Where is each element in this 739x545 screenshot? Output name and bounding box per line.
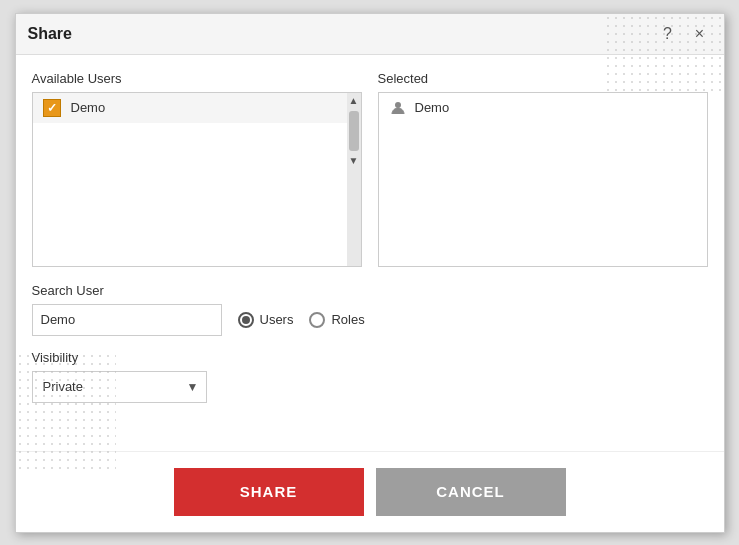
selected-user-name: Demo xyxy=(415,100,450,115)
svg-point-0 xyxy=(395,102,401,108)
dialog-footer: SHARE CANCEL xyxy=(16,451,724,532)
radio-roles-label: Roles xyxy=(331,312,364,327)
available-user-name: Demo xyxy=(71,100,106,115)
selected-label: Selected xyxy=(378,71,708,86)
radio-roles[interactable]: Roles xyxy=(309,312,364,328)
scroll-up[interactable]: ▲ xyxy=(347,93,361,109)
user-icon xyxy=(389,99,407,117)
cancel-button[interactable]: CANCEL xyxy=(376,468,566,516)
search-row: Users Roles xyxy=(32,304,708,336)
header-icons: ? × xyxy=(656,22,712,46)
visibility-label: Visibility xyxy=(32,350,708,365)
radio-roles-circle[interactable] xyxy=(309,312,325,328)
share-button[interactable]: SHARE xyxy=(174,468,364,516)
available-user-item[interactable]: Demo xyxy=(33,93,361,123)
share-dialog: Share ? × Available Users Demo ▲ ▼ xyxy=(15,13,725,533)
help-button[interactable]: ? xyxy=(656,22,680,46)
radio-users[interactable]: Users xyxy=(238,312,294,328)
available-users-label: Available Users xyxy=(32,71,362,86)
available-users-list[interactable]: Demo ▲ ▼ xyxy=(32,92,362,267)
radio-group: Users Roles xyxy=(238,312,365,328)
panels-row: Available Users Demo ▲ ▼ Selected xyxy=(32,71,708,267)
search-label: Search User xyxy=(32,283,708,298)
search-input[interactable] xyxy=(32,304,222,336)
radio-users-circle[interactable] xyxy=(238,312,254,328)
search-section: Search User Users Roles xyxy=(32,283,708,336)
visibility-select[interactable]: Private Public xyxy=(32,371,207,403)
dialog-header: Share ? × xyxy=(16,14,724,55)
selected-list: Demo xyxy=(378,92,708,267)
close-button[interactable]: × xyxy=(688,22,712,46)
visibility-select-wrapper: Private Public ▼ xyxy=(32,371,207,403)
scrollbar[interactable]: ▲ ▼ xyxy=(347,93,361,266)
radio-users-label: Users xyxy=(260,312,294,327)
selected-panel: Selected Demo xyxy=(378,71,708,267)
user-checkbox-checked[interactable] xyxy=(43,99,61,117)
available-users-panel: Available Users Demo ▲ ▼ xyxy=(32,71,362,267)
scroll-thumb[interactable] xyxy=(349,111,359,151)
dialog-body: Available Users Demo ▲ ▼ Selected xyxy=(16,55,724,451)
scroll-down[interactable]: ▼ xyxy=(347,153,361,169)
dialog-title: Share xyxy=(28,25,72,43)
visibility-section: Visibility Private Public ▼ xyxy=(32,350,708,403)
selected-user-item: Demo xyxy=(379,93,707,123)
